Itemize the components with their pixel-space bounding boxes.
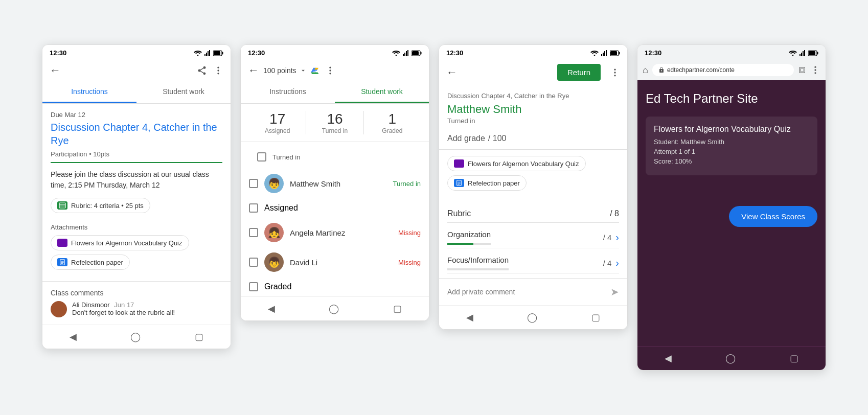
comment-author: Ali Dinsmoor [72, 301, 110, 309]
class-comments: Class comments Ali Dinsmoor Jun 17 Don't… [42, 281, 231, 325]
rubric-chip[interactable]: Rubric: 4 criteria • 25 pts [51, 198, 150, 213]
svg-point-35 [614, 72, 615, 73]
grade-placeholder: Add grade [447, 134, 485, 143]
attachment-paper-chip[interactable]: Refelection paper [51, 255, 130, 270]
more-icon-s2[interactable] [325, 65, 335, 76]
signal-icon-s3 [601, 50, 607, 56]
svg-rect-2 [208, 51, 209, 56]
screen3-content: Discussion Chapter 4, Catcher in the Rye… [439, 85, 627, 132]
browser-content: Ed Tech Partner Site Flowers for Algerno… [637, 80, 826, 346]
screen3-quiz-icon [454, 159, 464, 168]
signal-icon-s4 [800, 50, 806, 56]
browser-home-icon[interactable]: ⌂ [643, 65, 648, 76]
attachment-paper-label: Refelection paper [71, 259, 123, 266]
angela-name: Angela Martinez [290, 228, 392, 237]
student-row-matthew[interactable]: 👦 Matthew Smith Turned in [241, 169, 429, 198]
svg-point-7 [217, 67, 219, 68]
recents-nav-btn[interactable]: ▢ [195, 331, 203, 342]
share-icon[interactable] [197, 65, 207, 76]
more-icon-s4[interactable] [810, 65, 820, 75]
screen3-back-btn[interactable]: ← [446, 66, 458, 79]
drive-icon[interactable] [310, 67, 321, 74]
more-icon[interactable] [213, 65, 223, 76]
tab-instructions-s1[interactable]: Instructions [42, 81, 136, 103]
turned-in-checkbox[interactable] [257, 152, 266, 162]
private-comment-input[interactable] [447, 288, 606, 296]
svg-rect-23 [412, 51, 419, 55]
screens-container: 12:30 ← Instructions Student work Due Ma… [42, 44, 826, 371]
screen1-back-btn[interactable]: ← [50, 64, 61, 77]
back-nav-btn-s3[interactable]: ◀ [466, 312, 473, 323]
wifi-icon [194, 50, 202, 56]
svg-rect-47 [809, 51, 815, 55]
svg-rect-18 [404, 53, 405, 56]
rubric-org-bar [447, 243, 491, 245]
battery-icon-s3 [610, 50, 620, 56]
stat-graded: 1 Graded [364, 111, 421, 134]
svg-rect-32 [619, 52, 620, 54]
view-scores-container: View Class Scores [646, 196, 817, 227]
recents-nav-btn-s2[interactable]: ▢ [393, 303, 402, 314]
assigned-checkbox[interactable] [249, 203, 258, 213]
david-checkbox[interactable] [249, 258, 258, 267]
angela-avatar: 👧 [264, 223, 284, 242]
screen3-quiz-chip[interactable]: Flowers for Algernon Vocabulary Quiz [447, 156, 586, 171]
home-nav-btn-s4[interactable]: ◯ [725, 353, 736, 364]
return-button[interactable]: Return [557, 64, 601, 81]
screen2-tabs: Instructions Student work [241, 81, 429, 104]
quiz-card-title: Flowers for Algernon Vocabulary Quiz [654, 125, 809, 134]
back-nav-btn-s2[interactable]: ◀ [268, 303, 275, 314]
stat-assigned-num: 17 [249, 111, 306, 127]
screen3-quiz-label: Flowers for Algernon Vocabulary Quiz [468, 160, 579, 168]
rubric-section: Rubric / 8 Organization / 4 › Focus/Info… [439, 201, 627, 278]
tab-student-work-s2[interactable]: Student work [335, 81, 429, 103]
screen4-bottom-nav: ◀ ◯ ▢ [637, 346, 826, 370]
rubric-header: Rubric / 8 [447, 205, 619, 223]
tab-student-work-s1[interactable]: Student work [136, 81, 231, 103]
student-row-angela[interactable]: 👧 Angela Martinez Missing [241, 218, 429, 247]
graded-checkbox[interactable] [249, 282, 258, 291]
home-nav-btn-s3[interactable]: ◯ [527, 312, 537, 323]
angela-checkbox[interactable] [249, 228, 258, 237]
stat-assigned-label: Assigned [249, 127, 306, 134]
doc-icon-s3 [456, 180, 462, 186]
svg-rect-19 [406, 51, 407, 56]
more-icon-s3[interactable] [610, 67, 620, 78]
student-row-david[interactable]: 👦 David Li Missing [241, 247, 429, 277]
view-class-scores-button[interactable]: View Class Scores [729, 206, 817, 227]
screen1-nav-actions [197, 65, 223, 76]
home-nav-btn-s2[interactable]: ◯ [329, 303, 339, 314]
focus-chevron-icon[interactable]: › [615, 257, 619, 269]
quiz-attempt: Attempt 1 of 1 [654, 148, 809, 155]
screen1-frame: 12:30 ← Instructions Student work Due Ma… [42, 44, 231, 349]
send-comment-btn[interactable]: ➤ [610, 286, 619, 298]
screen2-back-btn[interactable]: ← [248, 64, 259, 77]
svg-rect-48 [800, 67, 805, 73]
home-nav-btn[interactable]: ◯ [130, 331, 141, 342]
turned-in-section-label: Turned in [272, 153, 300, 161]
svg-point-25 [329, 70, 331, 71]
matthew-checkbox[interactable] [249, 179, 258, 188]
stat-assigned: 17 Assigned [249, 111, 306, 134]
signal-icon-s2 [403, 50, 409, 56]
rubric-item-focus[interactable]: Focus/Information / 4 › [447, 248, 619, 274]
dropdown-icon[interactable] [300, 67, 307, 74]
screen2-time: 12:30 [248, 49, 265, 57]
svg-rect-1 [206, 53, 207, 56]
recents-nav-btn-s4[interactable]: ▢ [790, 353, 798, 364]
svg-rect-33 [610, 51, 617, 55]
rubric-item-organization[interactable]: Organization / 4 › [447, 223, 619, 248]
tab-instructions-s2[interactable]: Instructions [241, 81, 335, 103]
rubric-label: Rubric [447, 209, 471, 218]
back-nav-btn[interactable]: ◀ [70, 331, 77, 342]
back-nav-btn-s4[interactable]: ◀ [665, 353, 672, 364]
attachment-quiz-chip[interactable]: Flowers for Algernon Vocabulary Quiz [51, 235, 189, 250]
rubric-focus-bar [447, 268, 509, 270]
screen3-paper-chip[interactable]: Refelection paper [447, 175, 527, 191]
screen3-paper-label: Refelection paper [468, 179, 520, 187]
recents-nav-btn-s3[interactable]: ▢ [591, 312, 600, 323]
tabs-icon[interactable] [798, 66, 806, 74]
browser-url-bar[interactable]: edtechpartner.com/conte [652, 64, 794, 76]
svg-rect-22 [421, 52, 422, 54]
org-chevron-icon[interactable]: › [615, 232, 619, 243]
